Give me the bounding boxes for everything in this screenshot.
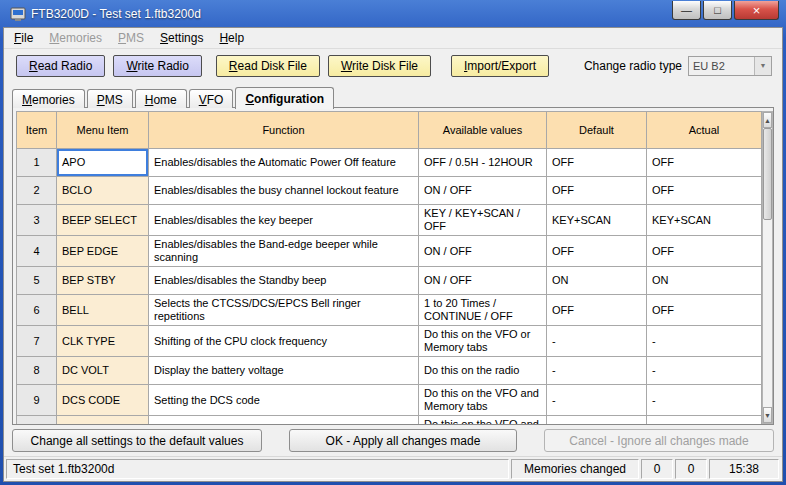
tab-configuration[interactable]: Configuration xyxy=(235,87,334,109)
cell-function[interactable]: Display the battery voltage xyxy=(149,357,419,385)
cell-default[interactable]: - xyxy=(547,416,647,425)
cell-item[interactable]: 9 xyxy=(17,385,57,416)
cell-default[interactable]: - xyxy=(547,357,647,385)
menu-pms[interactable]: PMS xyxy=(110,28,152,48)
cell-available[interactable]: Do this on the VFO and Memory tabs xyxy=(419,416,547,425)
cell-default[interactable]: KEY+SCAN xyxy=(547,205,647,236)
tab-memories[interactable]: Memories xyxy=(12,89,85,108)
cell-function[interactable]: Selects the CTCSS/DCS/EPCS Bell ringer r… xyxy=(149,295,419,326)
cell-function[interactable]: Enables/disables the key beeper xyxy=(149,205,419,236)
footer-button-row: Change all settings to the default value… xyxy=(4,427,782,456)
chevron-down-icon[interactable]: ▼ xyxy=(754,57,771,75)
cell-actual[interactable]: OFF xyxy=(647,149,762,177)
cell-item[interactable]: 8 xyxy=(17,357,57,385)
cell-actual[interactable]: OFF xyxy=(647,177,762,205)
menu-help[interactable]: Help xyxy=(211,28,252,48)
cell-default[interactable]: - xyxy=(547,385,647,416)
cell-menu[interactable]: CLK TYPE xyxy=(57,326,149,357)
vertical-scrollbar[interactable]: ▲ ▼ xyxy=(762,111,773,424)
cell-default[interactable]: OFF xyxy=(547,149,647,177)
cell-function[interactable]: Enables/disables the Band-edge beeper wh… xyxy=(149,236,419,267)
cell-actual[interactable]: - xyxy=(647,385,762,416)
cell-actual[interactable]: KEY+SCAN xyxy=(647,205,762,236)
cell-menu[interactable]: BCLO xyxy=(57,177,149,205)
cell-default[interactable]: OFF xyxy=(547,295,647,326)
cell-available[interactable]: OFF / 0.5H - 12HOUR xyxy=(419,149,547,177)
minimize-button[interactable]: — xyxy=(672,1,701,20)
cell-item[interactable]: 4 xyxy=(17,236,57,267)
cell-available[interactable]: KEY / KEY+SCAN / OFF xyxy=(419,205,547,236)
menu-settings[interactable]: Settings xyxy=(152,28,211,48)
cell-item[interactable]: 7 xyxy=(17,326,57,357)
cell-actual[interactable]: - xyxy=(647,416,762,425)
cell-menu[interactable]: BELL xyxy=(57,295,149,326)
cell-menu[interactable]: DC VOLT xyxy=(57,357,149,385)
cell-item[interactable]: 5 xyxy=(17,267,57,295)
cell-default[interactable]: - xyxy=(547,326,647,357)
cell-function[interactable]: Enables/disables the busy channel lockou… xyxy=(149,177,419,205)
table-row: 5BEP STBYEnables/disables the Standby be… xyxy=(17,267,762,295)
menu-bar: FileMemoriesPMSSettingsHelp xyxy=(4,28,782,49)
toolbar: Read Radio Write Radio Read Disk File Wr… xyxy=(4,49,782,84)
tab-pms[interactable]: PMS xyxy=(87,89,133,108)
cell-actual[interactable]: - xyxy=(647,357,762,385)
scroll-up-button[interactable]: ▲ xyxy=(763,112,772,128)
defaults-button[interactable]: Change all settings to the default value… xyxy=(12,429,262,452)
ok-apply-button[interactable]: OK - Apply all changes made xyxy=(289,429,517,452)
cell-default[interactable]: ON xyxy=(547,267,647,295)
radio-type-dropdown[interactable]: EU B2 ▼ xyxy=(688,56,772,76)
table-row: 2BCLOEnables/disables the busy channel l… xyxy=(17,177,762,205)
scrollbar-thumb[interactable] xyxy=(763,128,772,220)
cell-function[interactable]: Shifting of the CPU clock frequency xyxy=(149,326,419,357)
cell-item[interactable]: 2 xyxy=(17,177,57,205)
cell-actual[interactable]: OFF xyxy=(647,236,762,267)
close-icon: × xyxy=(753,4,761,17)
import-export-button[interactable]: Import/Export xyxy=(451,55,549,77)
cell-menu[interactable]: BEP EDGE xyxy=(57,236,149,267)
tab-home[interactable]: Home xyxy=(135,89,187,108)
cell-function[interactable]: Enables the Inverted DCS code decoding xyxy=(149,416,419,425)
cell-available[interactable]: ON / OFF xyxy=(419,236,547,267)
table-row: 6BELLSelects the CTCSS/DCS/EPCS Bell rin… xyxy=(17,295,762,326)
close-button[interactable]: × xyxy=(734,1,779,20)
cell-available[interactable]: Do this on the radio xyxy=(419,357,547,385)
write-radio-button[interactable]: Write Radio xyxy=(113,55,201,77)
status-memories-changed: Memories changed xyxy=(511,459,639,479)
cell-actual[interactable]: OFF xyxy=(647,295,762,326)
scroll-down-button[interactable]: ▼ xyxy=(763,407,772,423)
menu-memories[interactable]: Memories xyxy=(41,28,110,48)
cell-actual[interactable]: - xyxy=(647,326,762,357)
radio-type-value: EU B2 xyxy=(689,60,754,72)
table-row: 10DCS INVEnables the Inverted DCS code d… xyxy=(17,416,762,425)
cell-function[interactable]: Setting the DCS code xyxy=(149,385,419,416)
read-radio-button[interactable]: Read Radio xyxy=(16,55,105,77)
cell-item[interactable]: 10 xyxy=(17,416,57,425)
cell-menu[interactable]: APO xyxy=(57,149,149,177)
window-title: FTB3200D - Test set 1.ftb3200d xyxy=(31,7,672,21)
read-disk-file-button[interactable]: Read Disk File xyxy=(216,55,320,77)
cell-actual[interactable]: ON xyxy=(647,267,762,295)
cell-available[interactable]: 1 to 20 Times / CONTINUE / OFF xyxy=(419,295,547,326)
cell-function[interactable]: Enables/disables the Standby beep xyxy=(149,267,419,295)
cell-available[interactable]: Do this on the VFO and Memory tabs xyxy=(419,385,547,416)
cell-item[interactable]: 1 xyxy=(17,149,57,177)
cell-menu[interactable]: DCS CODE xyxy=(57,385,149,416)
cell-default[interactable]: OFF xyxy=(547,236,647,267)
maximize-button[interactable]: □ xyxy=(703,1,732,20)
cell-menu[interactable]: BEP STBY xyxy=(57,267,149,295)
cell-available[interactable]: ON / OFF xyxy=(419,177,547,205)
cell-menu[interactable]: DCS INV xyxy=(57,416,149,425)
status-file-name: Test set 1.ftb3200d xyxy=(6,459,509,479)
write-disk-file-button[interactable]: Write Disk File xyxy=(328,55,431,77)
cell-item[interactable]: 6 xyxy=(17,295,57,326)
cell-item[interactable]: 3 xyxy=(17,205,57,236)
status-bar: Test set 1.ftb3200d Memories changed 0 0… xyxy=(4,456,782,481)
cell-available[interactable]: ON / OFF xyxy=(419,267,547,295)
menu-file[interactable]: File xyxy=(6,28,41,48)
tab-vfo[interactable]: VFO xyxy=(189,89,234,108)
cell-menu[interactable]: BEEP SELECT xyxy=(57,205,149,236)
cell-function[interactable]: Enables/disables the Automatic Power Off… xyxy=(149,149,419,177)
cell-available[interactable]: Do this on the VFO or Memory tabs xyxy=(419,326,547,357)
cell-default[interactable]: OFF xyxy=(547,177,647,205)
scrollbar-track[interactable] xyxy=(763,128,772,407)
